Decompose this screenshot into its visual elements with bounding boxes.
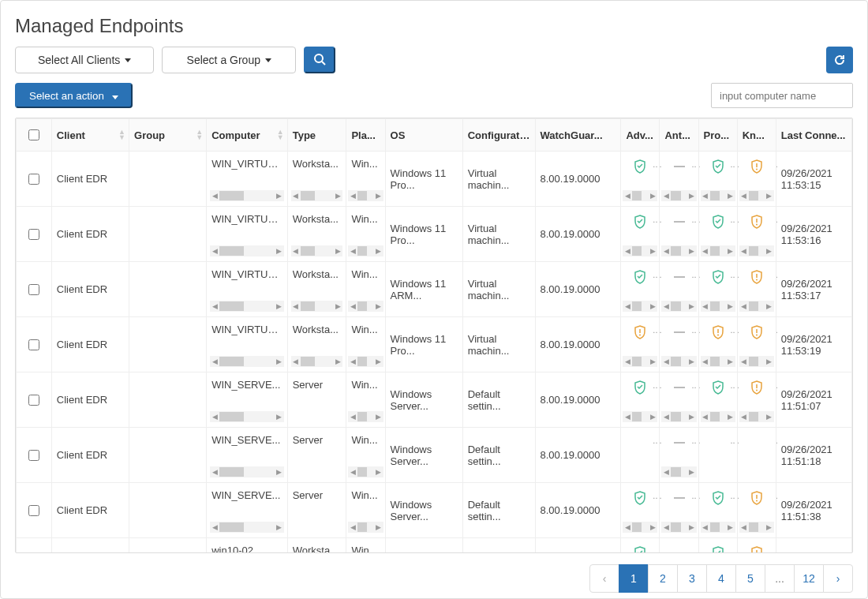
table-row[interactable]: Client EDR WIN_SERVE... ◀ ▶ Server Win..… (17, 373, 852, 428)
cell-scrollbar[interactable]: ◀ ▶ (348, 190, 383, 201)
scroll-left-arrow[interactable]: ◀ (210, 413, 219, 421)
scroll-right-arrow[interactable]: ▶ (648, 413, 657, 421)
scroll-right-arrow[interactable]: ▶ (648, 523, 657, 531)
scroll-left-arrow[interactable]: ◀ (210, 468, 219, 476)
column-header-platform[interactable]: Pla... (346, 119, 385, 152)
scroll-left-arrow[interactable]: ◀ (701, 302, 710, 310)
select-clients-dropdown[interactable]: Select All Clients (15, 47, 154, 73)
scroll-left-arrow[interactable]: ◀ (739, 358, 749, 365)
scroll-right-arrow[interactable]: ▶ (687, 468, 697, 476)
select-all-checkbox[interactable] (28, 129, 39, 140)
cell-scrollbar[interactable]: ◀ ▶ (661, 356, 696, 367)
scroll-left-arrow[interactable]: ◀ (623, 523, 632, 531)
scroll-left-arrow[interactable]: ◀ (210, 523, 219, 531)
row-checkbox[interactable] (28, 284, 39, 295)
cell-scrollbar[interactable]: ◀ ▶ (623, 301, 657, 312)
scroll-left-arrow[interactable]: ◀ (623, 247, 632, 255)
scroll-left-arrow[interactable]: ◀ (701, 192, 710, 200)
scroll-left-arrow[interactable]: ◀ (210, 247, 219, 255)
computer-name-search-input[interactable] (711, 83, 853, 108)
page-number[interactable]: 5 (735, 564, 765, 593)
scroll-right-arrow[interactable]: ▶ (374, 247, 383, 255)
scroll-right-arrow[interactable]: ▶ (765, 413, 774, 421)
scroll-right-arrow[interactable]: ▶ (374, 413, 383, 421)
cell-scrollbar[interactable]: ◀ ▶ (210, 301, 283, 312)
scroll-left-arrow[interactable]: ◀ (701, 523, 710, 531)
scroll-right-arrow[interactable]: ▶ (648, 358, 657, 365)
scroll-left-arrow[interactable]: ◀ (348, 302, 357, 310)
cell-scrollbar[interactable]: ◀ ▶ (623, 190, 657, 201)
column-header-client[interactable]: Client▲▼ (51, 119, 129, 152)
page-number[interactable]: 12 (794, 564, 824, 593)
scroll-left-arrow[interactable]: ◀ (739, 302, 749, 310)
scroll-right-arrow[interactable]: ▶ (765, 247, 774, 255)
scroll-left-arrow[interactable]: ◀ (739, 192, 749, 200)
column-header-computer[interactable]: Computer▲▼ (207, 119, 287, 152)
scroll-right-arrow[interactable]: ▶ (275, 413, 284, 421)
scroll-left-arrow[interactable]: ◀ (739, 413, 749, 421)
scroll-right-arrow[interactable]: ▶ (726, 247, 735, 255)
cell-scrollbar[interactable]: ◀ ▶ (291, 301, 343, 312)
scroll-right-arrow[interactable]: ▶ (687, 247, 697, 255)
cell-scrollbar[interactable]: ◀ ▶ (739, 301, 774, 312)
table-row[interactable]: Client EDR WIN_VIRTUA... ◀ ▶ Worksta... … (17, 317, 852, 373)
column-header-configuration[interactable]: Configurati... (462, 119, 535, 152)
page-prev[interactable]: ‹ (589, 564, 619, 593)
cell-scrollbar[interactable]: ◀ ▶ (348, 356, 383, 367)
scroll-right-arrow[interactable]: ▶ (687, 523, 697, 531)
scroll-left-arrow[interactable]: ◀ (348, 468, 357, 476)
cell-scrollbar[interactable]: ◀ ▶ (291, 245, 343, 256)
scroll-left-arrow[interactable]: ◀ (701, 413, 710, 421)
scroll-left-arrow[interactable]: ◀ (210, 358, 219, 365)
cell-scrollbar[interactable]: ◀ ▶ (701, 411, 735, 422)
scroll-right-arrow[interactable]: ▶ (374, 192, 383, 200)
scroll-right-arrow[interactable]: ▶ (275, 247, 284, 255)
row-checkbox[interactable] (28, 339, 39, 350)
column-header-antivirus[interactable]: Ant... (660, 119, 698, 152)
cell-scrollbar[interactable]: ◀ ▶ (623, 245, 657, 256)
cell-scrollbar[interactable]: ◀ ▶ (291, 356, 343, 367)
cell-scrollbar[interactable]: ◀ ▶ (623, 356, 657, 367)
scroll-right-arrow[interactable]: ▶ (275, 192, 284, 200)
cell-scrollbar[interactable]: ◀ ▶ (739, 522, 774, 533)
row-checkbox[interactable] (28, 395, 39, 406)
scroll-left-arrow[interactable]: ◀ (661, 358, 671, 365)
scroll-left-arrow[interactable]: ◀ (348, 247, 357, 255)
column-header-last-connection[interactable]: Last Conne... (776, 119, 851, 152)
table-row[interactable]: Client EDR WIN_VIRTUA... ◀ ▶ Worksta... … (17, 207, 852, 262)
column-header-protection[interactable]: Pro... (698, 119, 737, 152)
cell-scrollbar[interactable]: ◀ ▶ (623, 522, 657, 533)
scroll-right-arrow[interactable]: ▶ (374, 468, 383, 476)
column-header-advanced[interactable]: Adv... (621, 119, 660, 152)
scroll-left-arrow[interactable]: ◀ (348, 413, 357, 421)
scroll-right-arrow[interactable]: ▶ (687, 192, 697, 200)
select-group-dropdown[interactable]: Select a Group (162, 47, 296, 73)
scroll-right-arrow[interactable]: ▶ (765, 302, 774, 310)
table-row[interactable]: Client EDR WIN_SERVE... ◀ ▶ Server Win..… (17, 483, 852, 538)
scroll-left-arrow[interactable]: ◀ (623, 192, 632, 200)
cell-scrollbar[interactable]: ◀ ▶ (701, 522, 735, 533)
scroll-left-arrow[interactable]: ◀ (701, 247, 710, 255)
cell-scrollbar[interactable]: ◀ ▶ (210, 466, 283, 477)
column-header-knowledge[interactable]: Kn... (737, 119, 776, 152)
scroll-left-arrow[interactable]: ◀ (623, 413, 632, 421)
page-number[interactable]: 2 (648, 564, 678, 593)
table-row[interactable]: Client EDR win10-02 Worksta... ◀ ▶ Win..… (17, 538, 852, 553)
scroll-right-arrow[interactable]: ▶ (726, 302, 735, 310)
cell-scrollbar[interactable]: ◀ ▶ (661, 411, 696, 422)
cell-scrollbar[interactable]: ◀ ▶ (210, 522, 283, 533)
cell-scrollbar[interactable]: ◀ ▶ (739, 190, 774, 201)
scroll-right-arrow[interactable]: ▶ (765, 523, 774, 531)
page-number[interactable]: 4 (706, 564, 736, 593)
cell-scrollbar[interactable]: ◀ ▶ (348, 522, 383, 533)
scroll-right-arrow[interactable]: ▶ (648, 302, 657, 310)
table-row[interactable]: Client EDR WIN_VIRTUA... ◀ ▶ Worksta... … (17, 152, 852, 207)
row-checkbox[interactable] (28, 174, 39, 185)
select-action-dropdown[interactable]: Select an action (15, 83, 133, 108)
page-next[interactable]: › (823, 564, 853, 593)
scroll-left-arrow[interactable]: ◀ (661, 413, 671, 421)
cell-scrollbar[interactable]: ◀ ▶ (210, 190, 283, 201)
cell-scrollbar[interactable]: ◀ ▶ (701, 245, 735, 256)
cell-scrollbar[interactable]: ◀ ▶ (739, 411, 774, 422)
scroll-right-arrow[interactable]: ▶ (687, 413, 697, 421)
